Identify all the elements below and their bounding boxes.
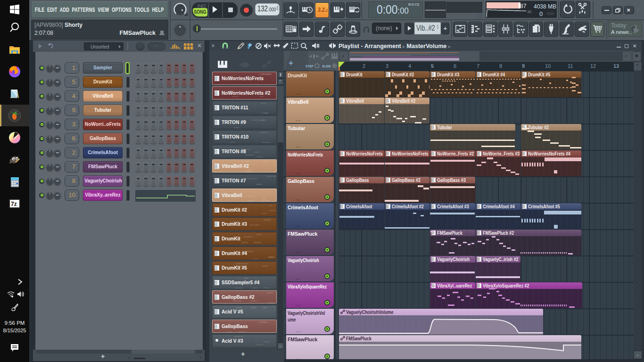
svg-text:7z: 7z — [11, 201, 17, 207]
